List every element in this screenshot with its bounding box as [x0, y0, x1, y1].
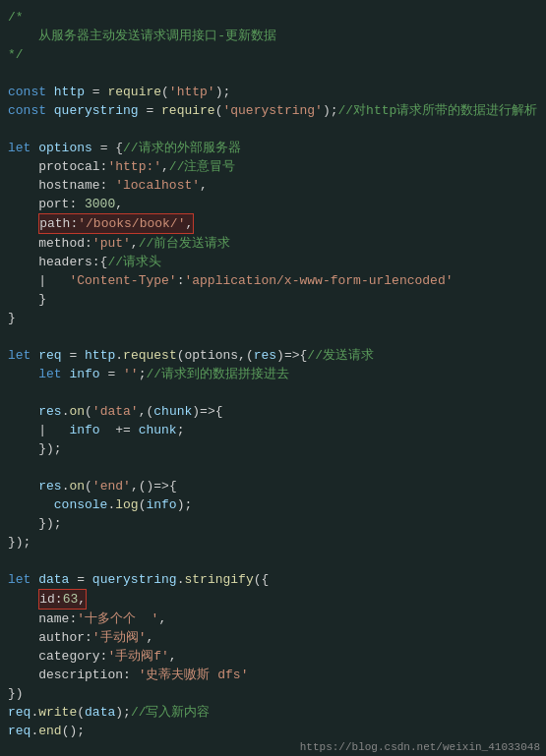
code-text: chunk [153, 402, 192, 421]
code-text: } [8, 309, 16, 327]
code-text: res [38, 402, 61, 421]
code-text: }) [8, 684, 24, 703]
code-text [8, 365, 38, 383]
code-line-14: headers:{//请求头 [0, 253, 546, 271]
code-line-35: category:'手动阀f', [0, 647, 546, 666]
code-line-23: | info += chunk; [0, 421, 546, 439]
code-text: 从服务器主动发送请求调用接口-更新数据 [8, 27, 276, 45]
code-line-9: protocal:'http:',//注意冒号 [0, 157, 546, 176]
code-text: on [69, 477, 85, 495]
code-text: description: [8, 666, 139, 684]
code-text: ; [139, 365, 147, 383]
code-text: info [146, 495, 176, 514]
code-text: ); [177, 495, 193, 514]
code-text: }); [8, 533, 30, 552]
code-text: //注意冒号 [169, 157, 236, 176]
code-line-2: 从服务器主动发送请求调用接口-更新数据 [0, 27, 546, 45]
code-text: //前台发送请求 [139, 234, 231, 253]
code-text: ); [115, 703, 131, 722]
code-text [8, 64, 16, 83]
code-text: res [254, 346, 276, 365]
code-text [8, 327, 16, 346]
code-text: //请求的外部服务器 [123, 139, 241, 157]
code-text: data [85, 703, 115, 722]
code-text: . [115, 346, 123, 365]
code-text: . [62, 477, 70, 495]
code-text: } [8, 290, 46, 309]
code-text: let [8, 570, 38, 589]
code-text: 'http:' [107, 157, 161, 176]
code-text: let [38, 365, 69, 383]
code-text [8, 477, 38, 495]
code-text: 'end' [92, 477, 131, 495]
code-text: '/books/book/' [78, 216, 185, 231]
code-text: name: [8, 610, 77, 628]
code-text: require [107, 83, 161, 101]
code-text: options [38, 139, 99, 157]
code-text: , [158, 610, 166, 628]
code-text: (); [62, 722, 85, 740]
code-line-3: */ [0, 45, 546, 64]
code-text: = [146, 101, 161, 120]
code-line-33: name:'十多个个 ', [0, 610, 546, 628]
code-text: end [38, 722, 61, 740]
code-text: ( [139, 495, 147, 514]
code-text [8, 552, 16, 570]
code-text: //对http请求所带的数据进行解析 [338, 101, 538, 120]
code-text: const [8, 83, 54, 101]
code-line-12: path:'/books/book/', [0, 213, 546, 234]
code-line-6: const querystring = require('querystring… [0, 101, 546, 120]
code-text: , [185, 216, 193, 231]
code-line-21 [0, 383, 546, 402]
code-text: = [107, 365, 123, 383]
code-text: = [92, 83, 108, 101]
code-text: 'http' [169, 83, 215, 101]
code-text: ({ [254, 570, 270, 589]
code-text: info [69, 421, 107, 439]
code-line-20: let info = '';//请求到的数据拼接进去 [0, 365, 546, 383]
code-line-11: port: 3000, [0, 195, 546, 213]
code-line-1: /* [0, 8, 546, 27]
code-text: 'Content-Type' [69, 271, 176, 290]
code-line-13: method:'put',//前台发送请求 [0, 234, 546, 253]
code-line-31: let data = querystring.stringify({ [0, 570, 546, 589]
code-line-15: | 'Content-Type':'application/x-www-form… [0, 271, 546, 290]
code-text [8, 120, 16, 139]
code-line-25 [0, 458, 546, 477]
code-text: . [177, 570, 185, 589]
code-text: log [115, 495, 138, 514]
code-text: http [85, 346, 115, 365]
code-line-28: }); [0, 514, 546, 533]
code-line-34: author:'手动阀', [0, 628, 546, 647]
code-text: 63 [63, 592, 79, 607]
code-text: (options,( [177, 346, 254, 365]
code-line-4 [0, 64, 546, 83]
code-text: querystring [54, 101, 147, 120]
code-text: 'application/x-www-form-urlencoded' [184, 271, 453, 290]
code-text: res [38, 477, 61, 495]
code-line-27: console.log(info); [0, 495, 546, 514]
code-text: += [107, 421, 138, 439]
code-text: author: [8, 628, 92, 647]
code-line-16: } [0, 290, 546, 309]
code-text: querystring [92, 570, 177, 589]
code-text: ( [215, 101, 223, 120]
code-text: //写入新内容 [131, 703, 211, 722]
code-text: headers:{ [8, 253, 107, 271]
code-text: )=>{ [192, 402, 222, 421]
code-text: hostname: [8, 176, 115, 195]
code-text: '十多个个 ' [77, 610, 158, 628]
code-text: ( [85, 477, 92, 495]
code-text: , [200, 176, 208, 195]
code-text [8, 458, 16, 477]
code-line-32: id:63, [0, 589, 546, 610]
code-line-30 [0, 552, 546, 570]
code-text: port: [8, 195, 85, 213]
code-text: , [78, 592, 86, 607]
code-text: '手动阀' [92, 628, 147, 647]
code-line-38: req.write(data);//写入新内容 [0, 703, 546, 722]
code-text: '手动阀f' [107, 647, 168, 666]
code-text: category: [8, 647, 107, 666]
code-text: on [69, 402, 85, 421]
code-text: = [69, 346, 85, 365]
